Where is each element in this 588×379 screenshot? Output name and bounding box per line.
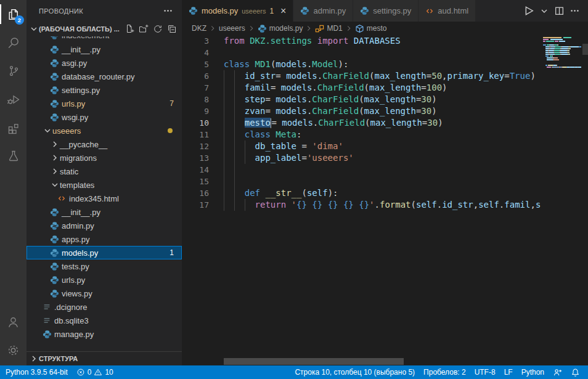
collapse-all-icon[interactable] [167, 24, 177, 34]
line-number[interactable]: 4 [182, 47, 209, 59]
outline-section-header[interactable]: СТРУКТУРА [27, 351, 182, 365]
tree-item-urls.py[interactable]: urls.py7 [27, 97, 182, 110]
code-line[interactable]: 17 return '{} {} {} {} {}'.format(self.i… [182, 199, 544, 211]
status-indentation[interactable]: Пробелов: 2 [419, 365, 470, 379]
tab-aud.html[interactable]: aud.html [419, 0, 476, 22]
status-eol[interactable]: LF [500, 365, 517, 379]
code-line[interactable]: 11 class Meta: [182, 129, 544, 141]
tab-settings.py[interactable]: settings.py [353, 0, 419, 22]
breadcrumb-DKZ[interactable]: DKZ [192, 24, 206, 33]
line-number[interactable]: 15 [182, 176, 209, 187]
line-number[interactable]: 5 [182, 59, 209, 70]
status-feedback[interactable] [549, 365, 566, 379]
code-line[interactable]: 13 app_label='useeers' [182, 152, 544, 164]
tree-item-static[interactable]: static [27, 165, 182, 178]
horizontal-scrollbar[interactable] [224, 358, 404, 365]
code-line[interactable]: 9 zvan= models.CharField(max_length=30) [182, 105, 544, 117]
tree-item-models.py[interactable]: models.py1 [27, 246, 182, 259]
line-number[interactable]: 8 [182, 94, 209, 105]
activity-manage[interactable] [0, 336, 27, 364]
tree-item-manage.py[interactable]: manage.py [27, 327, 182, 341]
workspace-section-header[interactable]: (РАБОЧАЯ ОБЛАСТЬ) ... [27, 22, 182, 36]
tree-item-settings.py[interactable]: settings.py [27, 83, 182, 97]
tree-item-wsgi.py[interactable]: wsgi.py [27, 110, 182, 124]
new-file-icon[interactable] [125, 24, 134, 34]
line-number[interactable]: 9 [182, 105, 209, 117]
run-python-file-button[interactable] [521, 5, 536, 17]
activity-run-debug[interactable] [0, 85, 27, 113]
code-line[interactable]: 7 famil= models.CharField(max_length=100… [182, 82, 544, 94]
code-line[interactable]: 5class MD1(models.Model): [182, 59, 544, 70]
activity-explorer[interactable]: 2 [0, 0, 27, 28]
new-folder-icon[interactable] [139, 24, 149, 34]
close-icon[interactable]: × [280, 6, 286, 16]
status-notifications[interactable] [566, 365, 584, 379]
breadcrumb-separator-icon [208, 24, 217, 33]
line-number[interactable]: 14 [182, 164, 209, 176]
line-number[interactable]: 6 [182, 70, 209, 82]
line-number[interactable]: 11 [182, 129, 209, 141]
code-line[interactable]: 15 [182, 176, 544, 187]
code-line[interactable]: 10 mesto= models.CharField(max_length=30… [182, 117, 544, 129]
tree-item-indexelement[interactable]: indexelement [27, 36, 182, 43]
tree-item-views.py[interactable]: views.py [27, 287, 182, 300]
tree-item-database-roouter.py[interactable]: database_roouter.py [27, 70, 182, 83]
tree-item-templates[interactable]: templates [27, 178, 182, 192]
status-cursor-position[interactable]: Строка 10, столбец 10 (выбрано 5) [290, 365, 419, 379]
status-python-interpreter[interactable]: Python 3.9.5 64-bit [1, 365, 72, 379]
breadcrumb-useeers[interactable]: useeers [219, 24, 245, 33]
refresh-icon[interactable] [153, 24, 163, 34]
status-language-mode[interactable]: Python [517, 365, 549, 379]
vertical-scrollbar[interactable] [582, 44, 588, 55]
tree-item-useeers[interactable]: useeers [27, 124, 182, 137]
tree-item-urls.py[interactable]: urls.py [27, 273, 182, 287]
activity-accounts[interactable] [0, 308, 27, 336]
run-dropdown-button[interactable] [537, 6, 551, 16]
editor-group: models.pyuseeers1×admin.pysettings.pyaud… [182, 0, 588, 365]
line-number[interactable]: 16 [182, 187, 209, 199]
code-line[interactable]: 12 db_table = 'dima' [182, 141, 544, 152]
tree-item-label: db.sqlite3 [54, 316, 89, 325]
more-actions-icon[interactable] [163, 6, 173, 16]
line-number[interactable]: 10 [182, 117, 209, 129]
tab-models.py[interactable]: models.pyuseeers1× [182, 0, 293, 22]
tree-item--init-.py[interactable]: __init__.py [27, 43, 182, 56]
tree-item-admin.py[interactable]: admin.py [27, 219, 182, 232]
line-number[interactable]: 13 [182, 152, 209, 164]
code-line[interactable]: 4 [182, 47, 544, 59]
tree-item-index345.html[interactable]: index345.html [27, 192, 182, 205]
code-line[interactable]: 6 id_str= models.CharField(max_length=50… [182, 70, 544, 82]
tree-item--pycache-[interactable]: __pycache__ [27, 137, 182, 151]
activity-source-control[interactable] [0, 57, 27, 85]
code-line[interactable]: 16 def __str__(self): [182, 187, 544, 199]
minimap[interactable] [542, 36, 582, 68]
activity-testing[interactable] [0, 142, 27, 170]
more-actions-button[interactable] [568, 6, 582, 16]
code-line[interactable]: 3from DKZ.settings import DATABASES [182, 35, 544, 47]
tree-item-db.sqlite3[interactable]: db.sqlite3 [27, 314, 182, 327]
code-line[interactable]: 14 [182, 164, 544, 176]
tree-item-tests.py[interactable]: tests.py [27, 259, 182, 273]
code-editor[interactable]: 3from DKZ.settings import DATABASES45cla… [182, 35, 588, 365]
tree-item-.dcignore[interactable]: .dcignore [27, 300, 182, 314]
line-number[interactable]: 17 [182, 199, 209, 211]
status-problems[interactable]: 010 [72, 365, 118, 379]
status-encoding[interactable]: UTF-8 [470, 365, 500, 379]
breadcrumb-models.py[interactable]: models.py [258, 24, 303, 33]
tree-item-apps.py[interactable]: apps.py [27, 232, 182, 246]
tree-item-label: manage.py [54, 330, 94, 339]
tree-item-asgi.py[interactable]: asgi.py [27, 56, 182, 70]
line-number[interactable]: 3 [182, 35, 209, 47]
tab-admin.py[interactable]: admin.py [293, 0, 353, 22]
activity-search[interactable] [0, 28, 27, 57]
tree-item-migrations[interactable]: migrations [27, 151, 182, 165]
line-number[interactable]: 12 [182, 141, 209, 152]
tree-item--init-.py[interactable]: __init__.py [27, 205, 182, 219]
breadcrumb-MD1[interactable]: MD1 [315, 24, 342, 33]
activity-extensions[interactable] [0, 113, 27, 142]
code-line[interactable]: 8 step= models.CharField(max_length=30) [182, 94, 544, 105]
run-icon [523, 5, 534, 17]
split-editor-button[interactable] [552, 6, 566, 16]
breadcrumb-mesto[interactable]: mesto [355, 24, 387, 33]
line-number[interactable]: 7 [182, 82, 209, 94]
